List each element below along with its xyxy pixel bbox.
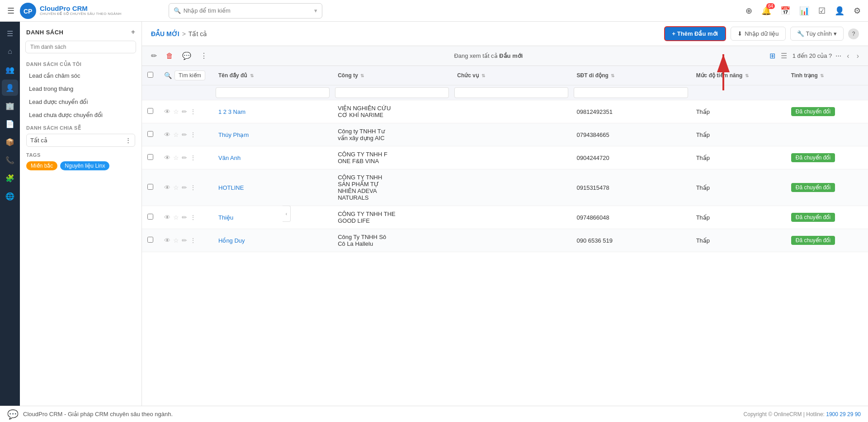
edit-row-icon[interactable]: ✏	[182, 237, 187, 244]
sidebar-icon-contacts[interactable]: 👥	[2, 61, 18, 78]
search-dropdown-icon[interactable]: ▾	[314, 7, 317, 14]
eye-icon[interactable]: 👁	[164, 184, 170, 191]
my-list-item-2[interactable]: Lead trong tháng	[23, 82, 139, 95]
search-filter-icon[interactable]: 🔍	[164, 72, 172, 79]
add-list-button[interactable]: +	[131, 28, 135, 36]
list-view-icon[interactable]: ☰	[779, 51, 789, 61]
notification-icon[interactable]: 🔔 64	[761, 6, 771, 16]
my-list-item-3[interactable]: Lead được chuyển đổi	[23, 95, 139, 108]
row-checkbox[interactable]	[147, 214, 153, 220]
row-checkbox[interactable]	[147, 237, 153, 243]
more-row-icon[interactable]: ⋮	[190, 131, 196, 138]
delete-toolbar-icon[interactable]: 🗑	[164, 50, 175, 62]
add-new-button[interactable]: + Thêm Đầu mới	[664, 26, 726, 41]
sidebar-icon-person[interactable]: 👤	[2, 80, 18, 96]
my-list-item-4[interactable]: Lead chưa được chuyển đổi	[23, 108, 139, 122]
th-status-label[interactable]: Tình trạng	[791, 72, 818, 79]
tag-badge-2[interactable]: Nguyên liệu Linx	[60, 161, 109, 170]
tag-badge-1[interactable]: Miền bắc	[26, 161, 57, 170]
eye-icon[interactable]: 👁	[164, 214, 170, 221]
th-phone-label[interactable]: SĐT di động	[576, 72, 608, 79]
user-profile-icon[interactable]: 👤	[835, 6, 844, 16]
more-row-icon[interactable]: ⋮	[190, 237, 196, 244]
select-all-checkbox[interactable]	[147, 72, 153, 78]
star-icon[interactable]: ☆	[173, 184, 179, 191]
row-name-link[interactable]: Vân Anh	[218, 155, 241, 161]
th-potential-label[interactable]: Mức độ tiềm năng	[696, 72, 743, 79]
row-checkbox[interactable]	[147, 184, 153, 190]
customize-button[interactable]: 🔧 Tùy chỉnh ▾	[790, 27, 844, 41]
sidebar-icon-home[interactable]: ⌂	[2, 43, 18, 60]
eye-icon[interactable]: 👁	[164, 237, 170, 244]
hotline-link[interactable]: 1900 29 29 90	[826, 411, 861, 417]
sidebar-icon-building[interactable]: 🏢	[2, 98, 18, 114]
shared-item-all[interactable]: Tất cả ⋮	[26, 134, 135, 147]
row-name-link[interactable]: Thúy Phạm	[218, 131, 249, 138]
edit-row-icon[interactable]: ✏	[182, 214, 187, 221]
grid-view-icon[interactable]: ⊞	[768, 51, 777, 61]
star-icon[interactable]: ☆	[173, 131, 179, 138]
search-filter-button[interactable]: Tìm kiếm	[175, 70, 205, 80]
sidebar-icon-box[interactable]: 📦	[2, 134, 18, 150]
sort-potential-icon[interactable]: ⇅	[745, 73, 749, 78]
edit-row-icon[interactable]: ✏	[182, 154, 187, 161]
pagination-next-button[interactable]: ›	[855, 51, 861, 61]
star-icon[interactable]: ☆	[173, 237, 179, 244]
sort-name-icon[interactable]: ⇅	[250, 73, 254, 78]
add-icon[interactable]: ⊕	[745, 6, 752, 16]
row-name-link[interactable]: 1 2 3 Nam	[218, 108, 245, 115]
row-checkbox[interactable]	[147, 154, 153, 160]
star-icon[interactable]: ☆	[173, 214, 179, 221]
pagination-more-icon[interactable]: ⋯	[835, 52, 841, 59]
sort-position-icon[interactable]: ⇅	[481, 73, 485, 78]
sidebar-icon-document[interactable]: 📄	[2, 116, 18, 132]
th-full-name-label[interactable]: Tên đầy đủ	[218, 72, 247, 79]
task-icon[interactable]: ☑	[818, 6, 826, 16]
search-phone-input[interactable]	[574, 87, 688, 98]
sidebar-icon-puzzle[interactable]: 🧩	[2, 170, 18, 186]
import-button[interactable]: ⬇ Nhập dữ liệu	[731, 27, 785, 41]
search-position-input[interactable]	[454, 87, 568, 98]
chat-icon[interactable]: 💬	[7, 409, 19, 420]
more-row-icon[interactable]: ⋮	[190, 184, 196, 191]
more-row-icon[interactable]: ⋮	[190, 154, 196, 161]
pagination-prev-button[interactable]: ‹	[845, 51, 851, 61]
eye-icon[interactable]: 👁	[164, 108, 170, 115]
row-name-link[interactable]: Thiệu	[218, 214, 233, 221]
search-company-input[interactable]	[335, 87, 449, 98]
sort-status-icon[interactable]: ⇅	[820, 73, 824, 78]
search-list-input[interactable]	[25, 41, 136, 53]
edit-row-icon[interactable]: ✏	[182, 108, 187, 115]
calendar-icon[interactable]: 📅	[780, 6, 790, 16]
th-company-label[interactable]: Công ty	[338, 72, 358, 79]
star-icon[interactable]: ☆	[173, 108, 179, 115]
row-name-link[interactable]: Hồng Duy	[218, 237, 245, 244]
settings-icon[interactable]: ⚙	[854, 6, 861, 16]
edit-row-icon[interactable]: ✏	[182, 131, 187, 138]
shared-item-more-icon[interactable]: ⋮	[125, 137, 131, 144]
sidebar-icon-menu[interactable]: ☰	[2, 25, 18, 42]
sidebar-icon-phone[interactable]: 📞	[2, 152, 18, 168]
search-name-input[interactable]	[216, 87, 330, 98]
help-icon[interactable]: ?	[848, 28, 859, 39]
eye-icon[interactable]: 👁	[164, 154, 170, 161]
eye-icon[interactable]: 👁	[164, 131, 170, 138]
breadcrumb-parent[interactable]: ĐẦU MỚI	[151, 30, 179, 38]
row-checkbox[interactable]	[147, 131, 153, 137]
more-row-icon[interactable]: ⋮	[190, 108, 196, 115]
chart-icon[interactable]: 📊	[799, 6, 809, 16]
sort-phone-icon[interactable]: ⇅	[611, 73, 614, 78]
collapse-panel-button[interactable]: ‹	[283, 206, 291, 222]
edit-row-icon[interactable]: ✏	[182, 184, 187, 191]
star-icon[interactable]: ☆	[173, 154, 179, 161]
row-name-link[interactable]: HOTLINE	[218, 184, 244, 191]
my-list-item-1[interactable]: Lead cần chăm sóc	[23, 69, 139, 82]
comment-toolbar-icon[interactable]: 💬	[180, 50, 193, 62]
more-toolbar-icon[interactable]: ⋮	[198, 50, 209, 62]
row-checkbox[interactable]	[147, 108, 153, 114]
more-row-icon[interactable]: ⋮	[190, 214, 196, 221]
th-position-label[interactable]: Chức vụ	[457, 72, 479, 79]
search-input[interactable]	[184, 7, 311, 14]
sidebar-icon-globe[interactable]: 🌐	[2, 188, 18, 204]
menu-icon[interactable]: ☰	[7, 6, 14, 16]
